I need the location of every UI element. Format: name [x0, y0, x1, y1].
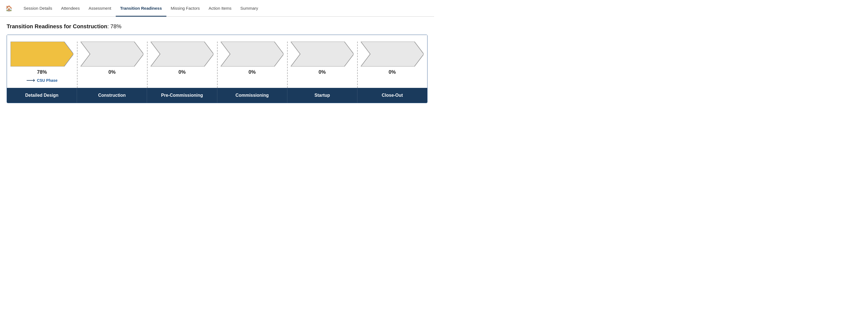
svg-marker-0: [10, 42, 74, 66]
arrow-wrapper-close-out: [361, 42, 424, 66]
percent-label-detailed-design: 78%: [37, 69, 47, 75]
percent-label-pre-commissioning: 0%: [178, 69, 186, 75]
chevron-construction: [81, 42, 144, 66]
home-icon[interactable]: 🏠: [5, 5, 12, 11]
nav-item-transition-readiness[interactable]: Transition Readiness: [116, 0, 166, 17]
percent-label-construction: 0%: [108, 69, 116, 75]
svg-marker-4: [291, 42, 354, 66]
percent-label-commissioning: 0%: [248, 69, 255, 75]
nav-item-assessment[interactable]: Assessment: [84, 0, 116, 17]
page-content: Transition Readiness for Construction: 7…: [0, 17, 434, 108]
chevron-pre-commissioning: [151, 42, 214, 66]
svg-marker-3: [221, 42, 284, 66]
phase-col-detailed-design: 78% ⟶ CSU Phase: [7, 42, 77, 88]
phase-label-detailed-design: Detailed Design: [7, 88, 77, 103]
phase-label-construction: Construction: [77, 88, 147, 103]
nav-item-missing-factors[interactable]: Missing Factors: [166, 0, 204, 17]
csu-label: CSU Phase: [37, 78, 58, 83]
nav-item-attendees[interactable]: Attendees: [57, 0, 84, 17]
chevron-detailed-design: [10, 42, 74, 66]
arrow-wrapper-construction: [81, 42, 144, 66]
csu-phase-row: ⟶ CSU Phase: [26, 77, 58, 84]
phase-col-construction: 0%: [77, 42, 147, 88]
nav-bar: 🏠 Session Details Attendees Assessment T…: [0, 0, 434, 17]
phase-col-startup: 0%: [287, 42, 357, 88]
phase-label-commissioning: Commissioning: [217, 88, 287, 103]
phase-col-commissioning: 0%: [217, 42, 287, 88]
arrow-wrapper-detailed-design: [10, 42, 74, 66]
arrows-section: 78% ⟶ CSU Phase 0% 0% 0% 0%: [7, 35, 427, 88]
page-title: Transition Readiness for Construction: 7…: [7, 23, 428, 30]
nav-item-session-details[interactable]: Session Details: [19, 0, 57, 17]
csu-arrow-icon: ⟶: [26, 77, 35, 84]
arrow-wrapper-pre-commissioning: [151, 42, 214, 66]
phase-label-close-out: Close-Out: [358, 88, 427, 103]
main-card: 78% ⟶ CSU Phase 0% 0% 0% 0%: [7, 35, 428, 103]
phase-col-close-out: 0%: [357, 42, 427, 88]
nav-item-summary[interactable]: Summary: [236, 0, 262, 17]
chevron-close-out: [361, 42, 424, 66]
nav-item-action-items[interactable]: Action Items: [204, 0, 236, 17]
labels-section: Detailed DesignConstructionPre-Commissio…: [7, 88, 427, 103]
percent-label-close-out: 0%: [389, 69, 396, 75]
arrow-wrapper-startup: [291, 42, 354, 66]
svg-marker-5: [361, 42, 424, 66]
percent-label-startup: 0%: [318, 69, 326, 75]
chevron-startup: [291, 42, 354, 66]
phase-label-pre-commissioning: Pre-Commissioning: [147, 88, 217, 103]
phase-col-pre-commissioning: 0%: [147, 42, 217, 88]
arrow-wrapper-commissioning: [221, 42, 284, 66]
phase-label-startup: Startup: [287, 88, 358, 103]
svg-marker-1: [81, 42, 144, 66]
chevron-commissioning: [221, 42, 284, 66]
svg-marker-2: [151, 42, 214, 66]
